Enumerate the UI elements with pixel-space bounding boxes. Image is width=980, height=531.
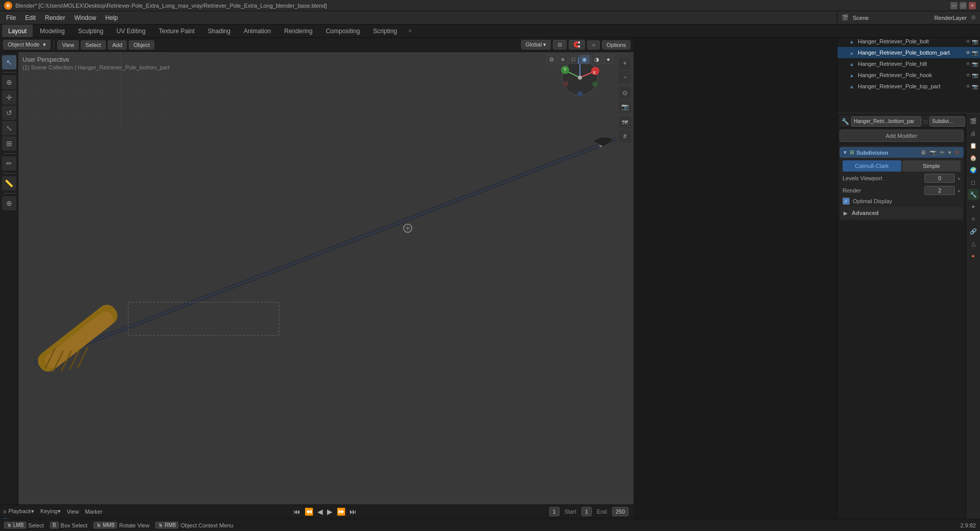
- zoom-out-btn[interactable]: −: [619, 71, 631, 83]
- outliner-item-hook[interactable]: ▲ Hanger_Retriever_Pole_hook 👁 📷: [837, 69, 980, 81]
- end-frame-field[interactable]: 250: [612, 507, 628, 516]
- visibility-icon-3[interactable]: 👁: [966, 61, 971, 67]
- viewport[interactable]: User Perspective (1) Scene Collection | …: [18, 52, 634, 504]
- local-view-btn[interactable]: 🗺: [619, 116, 631, 129]
- keying-label[interactable]: Keying▾: [40, 508, 61, 515]
- render-icon-4[interactable]: 📷: [972, 73, 978, 78]
- prop-tab-material[interactable]: ●: [968, 250, 979, 261]
- modifier-edit-icon[interactable]: ✏: [939, 149, 946, 156]
- snap-btn[interactable]: 🧲: [569, 40, 585, 50]
- tab-layout[interactable]: Layout: [2, 25, 33, 37]
- move-tool-btn[interactable]: ✛: [2, 90, 16, 105]
- prop-tab-constraints[interactable]: 🔗: [968, 226, 979, 237]
- minimize-button[interactable]: ─: [950, 2, 958, 9]
- zoom-in-btn[interactable]: +: [619, 57, 631, 69]
- modifier-label-input[interactable]: [929, 116, 965, 127]
- tab-animation[interactable]: Animation: [238, 25, 277, 37]
- prop-tab-scene[interactable]: 🏠: [968, 152, 979, 163]
- menu-file[interactable]: File: [2, 13, 20, 22]
- material-btn[interactable]: ◑: [591, 55, 602, 64]
- measure-tool-btn[interactable]: 📏: [2, 176, 16, 190]
- prop-tab-output[interactable]: 🖨: [968, 128, 979, 139]
- wireframe-btn[interactable]: □: [569, 55, 578, 64]
- render-icon-2[interactable]: 📷: [972, 50, 978, 56]
- mode-select[interactable]: Object Mode ▾: [3, 40, 51, 50]
- options-btn[interactable]: Options: [602, 40, 631, 50]
- select-tool-btn[interactable]: ↖: [2, 55, 16, 69]
- jump-start-btn[interactable]: ⏮: [293, 508, 300, 516]
- annotate-tool-btn[interactable]: ✏: [2, 156, 16, 171]
- playback-label[interactable]: Playback▾: [8, 508, 34, 515]
- menu-edit[interactable]: Edit: [21, 13, 40, 22]
- add-tool-btn[interactable]: ⊕: [2, 196, 16, 210]
- visibility-icon-4[interactable]: 👁: [966, 73, 971, 78]
- current-frame-field[interactable]: 1: [549, 507, 559, 516]
- transform-tool-btn[interactable]: ⊞: [2, 136, 16, 151]
- play-back-btn[interactable]: ◀: [317, 508, 323, 516]
- pivot-btn[interactable]: ⊙: [553, 40, 567, 50]
- prop-tab-world[interactable]: 🌍: [968, 164, 979, 176]
- modifier-close-icon[interactable]: ✕: [953, 149, 961, 156]
- tab-shading[interactable]: Shading: [202, 25, 237, 37]
- expand-icon[interactable]: ▼: [843, 150, 848, 155]
- scale-tool-btn[interactable]: ⤡: [2, 121, 16, 135]
- prop-tab-object[interactable]: ◻: [968, 177, 979, 188]
- maximize-button[interactable]: □: [960, 2, 967, 9]
- levels-viewport-value[interactable]: 0: [924, 174, 955, 183]
- view-label[interactable]: View: [67, 509, 79, 515]
- levels-viewport-expand[interactable]: ▸: [958, 176, 961, 181]
- render-btn[interactable]: ●: [603, 55, 613, 64]
- camera-view-btn[interactable]: 📷: [619, 101, 631, 113]
- next-frame-btn[interactable]: ⏩: [337, 508, 345, 516]
- prop-tab-physics[interactable]: ⚛: [968, 213, 979, 225]
- catmull-clark-btn[interactable]: Catmull-Clark: [843, 160, 901, 172]
- tab-compositing[interactable]: Compositing: [320, 25, 366, 37]
- visibility-icon-2[interactable]: 👁: [966, 50, 971, 56]
- tab-texture-paint[interactable]: Texture Paint: [153, 25, 201, 37]
- play-btn[interactable]: ▶: [327, 508, 333, 516]
- prop-tab-data[interactable]: △: [968, 238, 979, 249]
- cursor-tool-btn[interactable]: ⊕: [2, 75, 16, 89]
- advanced-expand-icon[interactable]: ▶: [844, 210, 848, 216]
- outliner-item-hilt[interactable]: ▲ Hanger_Retriever_Pole_hilt 👁 📷: [837, 58, 980, 69]
- tab-sculpting[interactable]: Sculpting: [72, 25, 109, 37]
- start-frame-field[interactable]: 1: [581, 507, 592, 516]
- menu-help[interactable]: Help: [101, 13, 122, 22]
- prop-tab-view-layer[interactable]: 📋: [968, 140, 979, 151]
- tab-modeling[interactable]: Modeling: [34, 25, 71, 37]
- modifier-render-icon[interactable]: 📷: [928, 149, 938, 156]
- add-modifier-btn[interactable]: Add Modifier: [839, 130, 964, 142]
- zoom-fit-btn[interactable]: ⊙: [619, 87, 631, 99]
- proportional-btn[interactable]: ○: [587, 40, 600, 50]
- grid-btn[interactable]: #: [619, 130, 631, 142]
- prop-tab-particles[interactable]: ✦: [968, 201, 979, 212]
- prev-frame-btn[interactable]: ⏪: [305, 508, 313, 516]
- close-button[interactable]: ✕: [969, 2, 976, 9]
- prop-tab-modifier[interactable]: 🔧: [968, 189, 979, 200]
- outliner-item-bottom-part[interactable]: ▲ Hanger_Retriever_Pole_bottom_part 👁 📷: [837, 47, 980, 58]
- tab-scripting[interactable]: Scripting: [367, 25, 403, 37]
- render-icon-3[interactable]: 📷: [972, 61, 978, 67]
- global-space[interactable]: Global ▾: [521, 40, 551, 50]
- optimal-display-checkbox[interactable]: ✓: [843, 198, 850, 205]
- menu-window[interactable]: Window: [70, 13, 100, 22]
- view-menu[interactable]: View: [57, 40, 79, 50]
- object-name-input[interactable]: [851, 116, 921, 127]
- render-icon-1[interactable]: 📷: [972, 39, 978, 44]
- add-menu[interactable]: Add: [108, 40, 127, 50]
- select-menu[interactable]: Select: [81, 40, 106, 50]
- marker-label[interactable]: Marker: [85, 509, 102, 515]
- gizmo-toggle-btn[interactable]: ≡: [558, 55, 567, 64]
- jump-end-btn[interactable]: ⏭: [349, 508, 357, 516]
- solid-btn[interactable]: ◉: [579, 55, 590, 64]
- modifier-expand-icon[interactable]: ▾: [947, 149, 952, 156]
- object-menu[interactable]: Object: [129, 40, 154, 50]
- render-expand[interactable]: ▸: [958, 188, 961, 194]
- rotate-tool-btn[interactable]: ↺: [2, 106, 16, 120]
- simple-btn[interactable]: Simple: [902, 160, 961, 172]
- outliner-item-top-part[interactable]: ▲ Hanger_Retriever_Pole_top_part 👁 📷: [837, 81, 980, 92]
- prop-tab-render[interactable]: 🎬: [968, 115, 979, 127]
- tab-uv-editing[interactable]: UV Editing: [110, 25, 152, 37]
- menu-render[interactable]: Render: [41, 13, 69, 22]
- visibility-icon-1[interactable]: 👁: [966, 39, 971, 44]
